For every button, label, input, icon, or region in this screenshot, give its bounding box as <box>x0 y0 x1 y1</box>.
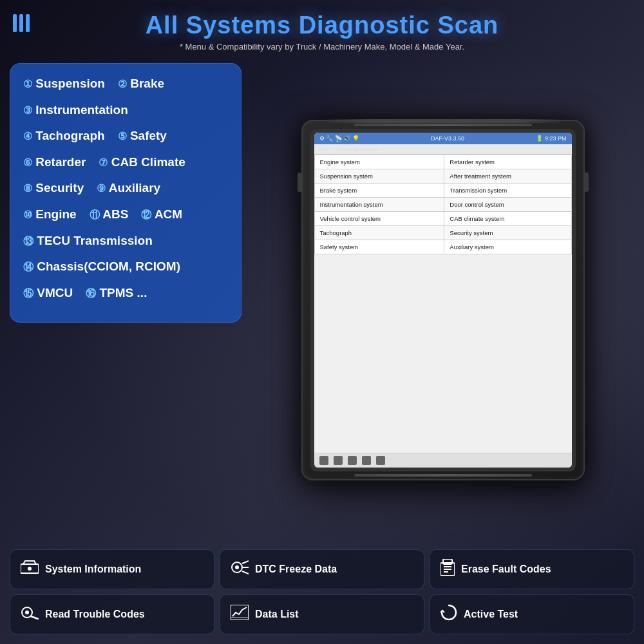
svg-line-14 <box>31 616 38 619</box>
system-vmcu: ⑮ VMCU <box>23 285 73 302</box>
tablet-screen: ⚙ 🔧 📡 🔊 💡 DAF-V3.3.50 🔋 9:23 PM DAF > Di… <box>314 133 572 468</box>
dtc-freeze-label: DTC Freeze Data <box>255 564 337 575</box>
system-cab-climate: ⑦ CAB Climate <box>99 154 185 171</box>
system-engine: ⑩ Engine <box>23 206 77 223</box>
system-row-4: ⑥ Retarder ⑦ CAB Climate <box>23 154 228 176</box>
table-row: Safety system Auxiliary system <box>314 240 571 254</box>
brand-bars <box>13 14 30 32</box>
system-row-3: ④ Tachograph ⑤ Safety <box>23 128 228 150</box>
erase-fault-button[interactable]: Erase Fault Codes <box>430 549 634 589</box>
bar-2 <box>19 14 23 32</box>
screen-app-title: DAF-V3.3.50 <box>431 135 464 142</box>
tablet-inner: ⚙ 🔧 📡 🔊 💡 DAF-V3.3.50 🔋 9:23 PM DAF > Di… <box>310 129 576 471</box>
svg-point-1 <box>28 567 32 571</box>
erase-fault-icon <box>440 559 455 580</box>
table-cell-right[interactable]: CAB climate system <box>444 211 571 225</box>
table-row: Engine system Retarder system <box>314 155 571 169</box>
table-cell-left[interactable]: Tachograph <box>314 225 444 240</box>
svg-line-4 <box>242 561 249 564</box>
footer-icon-settings <box>362 456 371 465</box>
page-title: All Systems Diagnostic Scan <box>13 12 631 39</box>
system-info-label: System Information <box>45 564 141 575</box>
main-area: ① Suspension ② Brake ③ Instrumentation ④… <box>0 57 644 543</box>
table-cell-left[interactable]: Suspension system <box>314 169 444 183</box>
table-row: Vehicle control system CAB climate syste… <box>314 211 571 225</box>
screen-header-right: 🔋 9:23 PM <box>536 135 566 142</box>
table-cell-left[interactable]: Instrumentation system <box>314 197 444 211</box>
footer-icon-menu <box>348 456 357 465</box>
table-row: Tachograph Security system <box>314 225 571 240</box>
systems-table: Engine system Retarder system Suspension… <box>314 155 572 254</box>
screen-breadcrumb: DAF > Divided by system <box>314 144 572 155</box>
system-abs: ⑪ ABS <box>90 206 129 223</box>
dtc-freeze-icon <box>231 560 249 578</box>
function-buttons: System Information DTC Freeze Data <box>0 543 644 644</box>
system-row-9: ⑮ VMCU ⑯ TPMS ... <box>23 285 228 307</box>
header-subtitle: * Menu & Compatibility vary by Truck / M… <box>13 42 631 52</box>
screen-table: Engine system Retarder system Suspension… <box>314 155 572 453</box>
data-list-label: Data List <box>255 609 299 620</box>
dtc-freeze-button[interactable]: DTC Freeze Data <box>220 549 424 589</box>
data-list-button[interactable]: Data List <box>220 594 424 634</box>
system-safety: ⑤ Safety <box>118 128 167 145</box>
system-tecu: ⑬ TECU Transmission <box>23 232 153 250</box>
system-retarder: ⑥ Retarder <box>23 154 86 171</box>
system-row-7: ⑬ TECU Transmission <box>23 232 228 255</box>
table-cell-left[interactable]: Vehicle control system <box>314 211 444 225</box>
system-suspension: ① Suspension <box>23 75 105 93</box>
system-info-icon <box>21 560 39 578</box>
table-cell-right[interactable]: Transmission system <box>444 183 571 197</box>
system-tpms: ⑯ TPMS ... <box>86 285 147 302</box>
system-acm: ⑫ ACM <box>141 206 182 223</box>
tablet-grip-top <box>354 124 532 126</box>
table-cell-right[interactable]: Retarder system <box>444 155 571 169</box>
system-auxiliary: ⑨ Auxiliary <box>97 180 160 197</box>
tablet-button-right <box>585 173 589 192</box>
system-row-2: ③ Instrumentation <box>23 102 228 124</box>
tablet-grip-bottom <box>354 474 532 477</box>
read-trouble-label: Read Trouble Codes <box>45 609 145 620</box>
data-list-icon <box>231 605 249 624</box>
footer-icon-info <box>376 456 385 465</box>
tablet-device: ⚙ 🔧 📡 🔊 💡 DAF-V3.3.50 🔋 9:23 PM DAF > Di… <box>301 120 585 480</box>
system-chassis: ⑭ Chassis(CCIOM, RCIOM) <box>23 258 180 276</box>
active-test-icon <box>440 604 457 625</box>
screen-header: ⚙ 🔧 📡 🔊 💡 DAF-V3.3.50 🔋 9:23 PM <box>314 133 572 144</box>
system-row-8: ⑭ Chassis(CCIOM, RCIOM) <box>23 258 228 281</box>
table-row: Suspension system After treatment system <box>314 169 571 183</box>
read-trouble-button[interactable]: Read Trouble Codes <box>10 594 214 634</box>
table-cell-right[interactable]: Auxiliary system <box>444 240 571 254</box>
tablet-area: ⚙ 🔧 📡 🔊 💡 DAF-V3.3.50 🔋 9:23 PM DAF > Di… <box>251 63 634 536</box>
active-test-label: Active Test <box>464 609 518 620</box>
tablet-button-left <box>298 173 301 192</box>
table-cell-right[interactable]: Security system <box>444 225 571 240</box>
system-row-5: ⑧ Security ⑨ Auxiliary <box>23 180 228 202</box>
bar-1 <box>13 14 17 32</box>
table-cell-left[interactable]: Safety system <box>314 240 444 254</box>
table-row: Brake system Transmission system <box>314 183 571 197</box>
systems-panel: ① Suspension ② Brake ③ Instrumentation ④… <box>10 63 242 323</box>
erase-fault-label: Erase Fault Codes <box>461 564 551 575</box>
screen-header-left: ⚙ 🔧 📡 🔊 💡 <box>319 135 359 142</box>
system-row-6: ⑩ Engine ⑪ ABS ⑫ ACM <box>23 206 228 229</box>
active-test-button[interactable]: Active Test <box>430 594 634 634</box>
svg-point-13 <box>25 611 29 614</box>
system-instrumentation: ③ Instrumentation <box>23 102 128 119</box>
system-security: ⑧ Security <box>23 180 84 197</box>
read-trouble-icon <box>21 605 39 623</box>
system-tachograph: ④ Tachograph <box>23 128 105 145</box>
system-brake: ② Brake <box>118 75 164 93</box>
table-row: Instrumentation system Door control syst… <box>314 197 571 211</box>
header: All Systems Diagnostic Scan * Menu & Com… <box>0 0 644 57</box>
screen-footer <box>314 453 572 468</box>
bar-3 <box>26 14 30 32</box>
footer-icon-home <box>334 456 343 465</box>
table-cell-right[interactable]: After treatment system <box>444 169 571 183</box>
table-cell-left[interactable]: Brake system <box>314 183 444 197</box>
table-cell-left[interactable]: Engine system <box>314 155 444 169</box>
system-row-1: ① Suspension ② Brake <box>23 75 228 98</box>
footer-icon-back <box>319 456 328 465</box>
table-cell-right[interactable]: Door control system <box>444 197 571 211</box>
svg-line-6 <box>242 571 249 574</box>
system-info-button[interactable]: System Information <box>10 549 214 589</box>
